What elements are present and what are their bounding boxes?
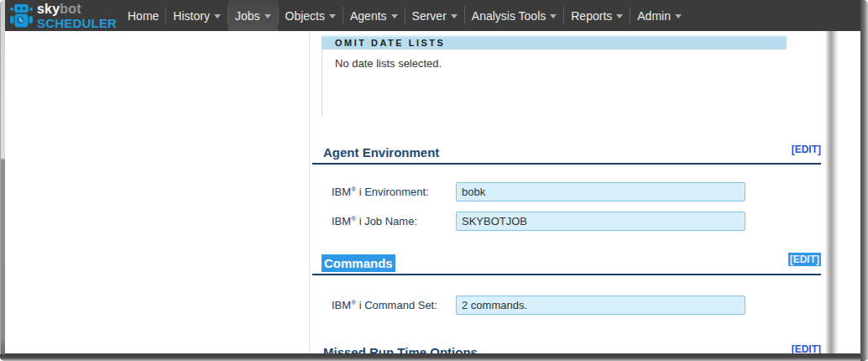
field-row-ibm-i-environment: IBM® i Environment: <box>332 182 821 201</box>
field-row-ibm-i-command-set: IBM® i Command Set: <box>332 296 821 315</box>
nav-item-admin[interactable]: Admin <box>630 0 688 31</box>
browser-window: skybot SCHEDULER Home History Jobs Objec… <box>0 0 868 361</box>
chevron-down-icon <box>329 14 336 18</box>
main-nav: skybot SCHEDULER Home History Jobs Objec… <box>5 0 860 31</box>
section-header-agent-environment: Agent Environment [EDIT] <box>312 145 821 165</box>
job-detail-panel: OMIT DATE LISTS No date lists selected. … <box>312 31 821 361</box>
section-title: Agent Environment <box>323 145 439 160</box>
nav-menu: Home History Jobs Objects Agents Server … <box>121 0 688 31</box>
nav-item-agents[interactable]: Agents <box>343 0 405 31</box>
scrollbar[interactable] <box>825 31 839 354</box>
omit-date-lists-header: OMIT DATE LISTS <box>322 35 787 50</box>
nav-item-server[interactable]: Server <box>405 0 464 31</box>
window-frame-bottom <box>0 353 868 361</box>
nav-item-home[interactable]: Home <box>121 0 165 31</box>
field-row-ibm-i-job-name: IBM® i Job Name: <box>332 212 821 231</box>
panel-divider <box>309 31 310 354</box>
robot-icon <box>8 3 34 29</box>
chevron-down-icon <box>675 14 682 18</box>
omit-date-lists-empty-text: No date lists selected. <box>322 50 787 117</box>
chevron-down-icon <box>550 14 557 18</box>
edit-link-agent-environment[interactable]: [EDIT] <box>792 144 821 155</box>
nav-item-jobs[interactable]: Jobs <box>228 0 278 31</box>
nav-item-history[interactable]: History <box>166 0 227 31</box>
section-title: Commands <box>322 254 395 272</box>
ibm-i-environment-input[interactable] <box>456 182 745 201</box>
nav-item-reports[interactable]: Reports <box>564 0 630 31</box>
field-label: IBM® i Command Set: <box>332 299 456 311</box>
omit-date-lists-box: OMIT DATE LISTS No date lists selected. <box>322 35 787 117</box>
ibm-i-job-name-input[interactable] <box>456 212 745 231</box>
chevron-down-icon <box>391 14 398 18</box>
chevron-down-icon <box>616 14 623 18</box>
field-label: IBM® i Job Name: <box>332 215 456 228</box>
edit-link-commands[interactable]: [EDIT] <box>788 253 821 266</box>
nav-item-analysis-tools[interactable]: Analysis Tools <box>465 0 563 31</box>
window-frame-left <box>0 0 5 354</box>
chevron-down-icon <box>264 14 271 18</box>
ibm-i-command-set-input[interactable] <box>456 296 745 315</box>
skybot-logo[interactable]: skybot SCHEDULER <box>5 0 121 31</box>
section-header-commands: Commands [EDIT] <box>312 254 821 275</box>
window-frame-right <box>860 0 868 361</box>
brand-name: skybot <box>37 3 117 16</box>
field-label: IBM® i Environment: <box>332 186 456 198</box>
chevron-down-icon <box>451 14 458 18</box>
chevron-down-icon <box>214 14 221 18</box>
nav-item-objects[interactable]: Objects <box>279 0 342 31</box>
brand-subtitle: SCHEDULER <box>37 17 117 29</box>
